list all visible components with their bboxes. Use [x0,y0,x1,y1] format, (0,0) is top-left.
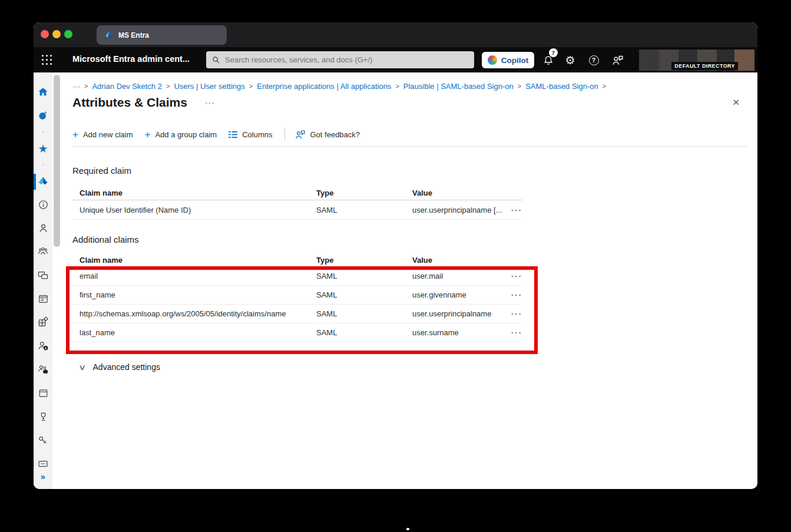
settings-gear-icon[interactable]: ⚙ [564,54,577,67]
close-window-button[interactable] [41,30,49,38]
entra-id-icon[interactable] [37,176,49,187]
info-icon[interactable] [37,199,49,210]
plus-icon: + [72,130,78,140]
waffle-menu-icon[interactable] [42,55,52,65]
tab-title: MS Entra [118,31,149,39]
main-panel: ··· > Adrian Dev Sketch 2 > Users | User… [62,72,757,489]
achievements-icon[interactable] [37,411,49,422]
row-more-menu[interactable]: ··· [505,309,522,318]
devices-icon[interactable] [37,269,49,281]
browser-window: MS Entra Microsoft Entra admin cent... C… [34,22,757,489]
breadcrumb-item[interactable]: Plausible | SAML-based Sign-on [403,82,514,91]
chevron-down-icon: ∨ [78,363,86,372]
columns-icon [229,131,237,138]
cursor-dot [406,528,409,530]
breadcrumb-item[interactable]: Adrian Dev Sketch 2 [92,82,162,91]
keys-icon[interactable] [37,434,49,446]
got-feedback-button[interactable]: Got feedback? [294,130,366,140]
nav-separator [42,131,44,133]
app-registrations-icon[interactable] [37,316,49,328]
advanced-settings-toggle[interactable]: ∨ Advanced settings [72,361,747,374]
row-more-menu[interactable]: ··· [505,328,522,337]
feedback-icon[interactable] [611,54,624,67]
tab-strip: MS Entra [34,22,757,47]
nav-separator [42,164,44,166]
help-icon[interactable]: ? [587,54,600,67]
maximize-window-button[interactable] [64,30,72,38]
additional-claims-table: Claim name Type Value email SAML user.ma… [72,254,522,342]
table-row[interactable]: http://schemas.xmlsoap.org/ws/2005/05/id… [72,305,522,323]
feedback-person-icon [294,130,306,140]
notification-count-badge: 7 [549,48,558,57]
add-new-claim-button[interactable]: + Add new claim [72,130,138,140]
plus-icon: + [144,130,150,140]
home-icon[interactable] [37,86,49,98]
required-claim-table: Claim name Type Value Unique User Identi… [72,186,522,220]
browser-tab[interactable]: MS Entra [97,25,227,45]
breadcrumb-item[interactable]: SAML-based Sign-on [525,82,598,91]
additional-claims-heading: Additional claims [72,234,747,247]
groups-icon[interactable] [37,246,49,257]
command-bar: + Add new claim + Add a group claim [72,128,747,141]
roles-admins-icon[interactable] [37,340,49,352]
required-claim-heading: Required claim [72,166,747,178]
breadcrumb-overflow[interactable]: ··· [72,82,80,91]
global-search[interactable] [206,51,474,68]
sidebar-scrollbar[interactable] [54,75,60,247]
search-icon [212,56,220,64]
table-header-row: Claim name Type Value [72,254,522,267]
expand-sidebar-icon[interactable]: » [37,471,49,483]
selected-nav-indicator [34,174,36,190]
title-more-menu[interactable]: ··· [205,98,215,107]
external-identities-icon[interactable] [37,364,49,375]
breadcrumb-item[interactable]: Users | User settings [174,82,244,91]
whats-new-icon[interactable] [37,110,49,121]
entra-tab-icon [104,31,113,39]
left-nav-sidebar: ★ [34,72,62,489]
close-icon[interactable]: ✕ [732,97,740,108]
breadcrumb-item[interactable]: Enterprise applications | All applicatio… [257,82,391,91]
toolbar-divider [284,128,285,140]
columns-button[interactable]: Columns [229,130,278,139]
minimize-window-button[interactable] [52,30,61,38]
row-more-menu[interactable]: ··· [505,272,522,280]
toolbar-divider-line [72,146,747,147]
table-row[interactable]: last_name SAML user.surname ··· [72,323,522,342]
applications-icon[interactable] [37,293,49,305]
search-input[interactable] [225,55,461,64]
add-group-claim-button[interactable]: + Add a group claim [144,130,223,140]
row-more-menu[interactable]: ··· [505,290,522,299]
billing-icon[interactable] [37,387,49,399]
page-title: Attributes & Claims [72,95,187,110]
app-title: Microsoft Entra admin cent... [72,54,190,64]
entra-topbar: Microsoft Entra admin cent... Copilot 7 … [34,47,757,72]
row-more-menu[interactable]: ··· [505,206,522,214]
table-header-row: Claim name Type Value [72,186,522,200]
breadcrumb: ··· > Adrian Dev Sketch 2 > Users | User… [72,72,747,92]
copilot-button[interactable]: Copilot [482,52,534,68]
users-icon[interactable] [37,222,49,234]
licenses-icon[interactable] [37,458,49,470]
table-row[interactable]: Unique User Identifier (Name ID) SAML us… [72,200,522,220]
favorites-star-icon[interactable]: ★ [37,143,49,154]
copilot-logo-icon [488,55,497,65]
table-row[interactable]: first_name SAML user.givenname ··· [72,286,522,305]
table-row[interactable]: email SAML user.mail ··· [72,267,522,286]
directory-label: DEFAULT DIRECTORY [671,62,738,70]
